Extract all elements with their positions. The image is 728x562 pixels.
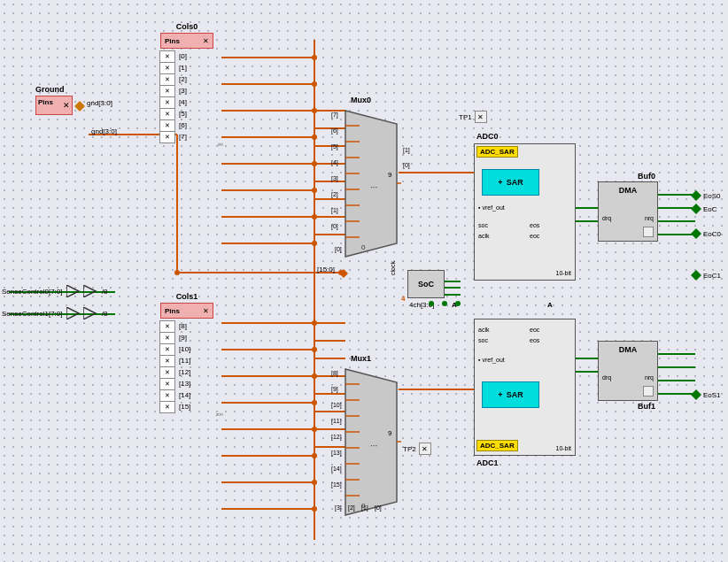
svg-point-56 [312,55,317,60]
mux0-block: Mux0 ··· 0 [7] [6] [5] [4] [3] [2] [1] [… [344,96,401,263]
eos1-diamond-icon [691,389,701,400]
cols0-bottom-label: ⁸⁰ [159,142,223,150]
cols0-right4: [4] [179,98,187,106]
soc-block: SoC [407,270,445,298]
svg-point-57 [312,81,317,87]
eos0-output: EoS0 [691,190,721,201]
tp1-label: TP1 [459,113,472,121]
tp2-x: ✕ [422,445,428,453]
svg-point-110 [442,301,447,306]
mux0-in2: [2] [331,191,338,197]
cols0-cell6: ✕ [159,119,175,132]
cols0-right2: [2] [179,75,187,83]
mux1-in8: [8] [331,370,338,376]
adc1-soc: soc [478,337,488,343]
cols0-right6: [6] [179,121,187,129]
cols1-pins: Pins ✕ [160,303,213,319]
cols0-row3: [3] ✕ [3] [159,87,223,95]
svg-point-109 [429,301,434,306]
adc0-sar: SAR [507,178,523,187]
svg-point-59 [312,135,317,140]
tp2-box: ✕ [419,443,431,455]
cols1-row7: [7] ✕ [15] [159,403,223,411]
cols1-right7: [15] [179,403,190,411]
svg-point-61 [312,188,317,193]
cols1-pins-label: Pins [165,307,180,315]
gnd-label: gnd[3:0] [87,99,112,107]
adc0-plus: + [498,178,502,187]
adc0-vref: ▪ vref_out [478,204,505,211]
cols0-row6: [6] ✕ [6] [159,121,223,129]
adc1-block: ADC1 aclk eoc soc eos ▪ vref_out + SAR A… [474,319,576,456]
adc0-aclk: aclk [478,233,489,239]
ground-pins-label: Pins [38,98,53,106]
svg-marker-103 [691,190,701,201]
svg-point-67 [312,400,317,405]
adc0-eoc-label: eoc [530,233,539,239]
sense1-slash: /8 [102,310,108,318]
mux1-in10: [10] [331,402,342,408]
cols1-cell4: ✕ [159,366,175,379]
mux0-in5: [5] [331,143,338,150]
svg-point-71 [312,506,317,512]
cols1-label: Cols1 [151,292,223,301]
cols1-cell1: ✕ [159,332,175,344]
eoc1-label: EoC1 [703,272,721,280]
adc0-sar-block: + SAR [482,169,539,196]
buf0-nrq: nrq [645,215,654,221]
cols0-right0: [0] [179,52,187,60]
buf0-dma-label: DMA [619,186,638,195]
cols0-pins-label: Pins [165,37,180,45]
cols0-cell2: ✕ [159,73,175,86]
svg-marker-74 [74,101,85,112]
adc1-vref-label: vref_out [482,357,504,363]
mux0-in3: [3] [331,175,338,181]
cols0-pins: Pins ✕ [160,33,213,49]
buf0-box [643,227,654,237]
cols0-row5: [5] ✕ [5] [159,110,223,118]
mux1-in15: [15] [331,481,342,488]
cols0-right1: [1] [179,64,187,72]
mux1-9: 9 [388,429,391,437]
svg-point-62 [312,214,317,219]
tp1-block: TP1 ✕ [459,111,487,123]
mux1-sel3: [3] [335,504,342,511]
ground-block: Ground Pins ✕ gnd[3:0] [35,96,73,115]
cols1-cell7: ✕ [159,401,175,413]
mux1-label: Mux1 [351,354,401,363]
mux0-in6: [6] [331,127,338,134]
cols1-cell6: ✕ [159,389,175,402]
cols0-row0: [0] ✕ [0] [159,52,223,60]
cols0-label: Cols0 [151,22,223,31]
mux1-shape: ··· 0 [344,365,401,520]
cols1-row4: [4] ✕ [12] [159,368,223,376]
mux0-in7: [7] [331,112,338,118]
ground-pins: Pins ✕ [35,96,73,115]
buf1-nrq: nrq [645,374,654,381]
mux1-in12: [12] [331,434,342,440]
mux1-sel1: [1] [361,504,368,511]
cols1-row5: [5] ✕ [13] [159,380,223,388]
buf1-box [643,386,654,396]
adc1-label: ADC1 [476,458,499,467]
a-label-adc: A [547,301,553,309]
cols0-cell1: ✕ [159,62,175,74]
eos1-output: EoS1 [691,389,721,400]
cols0-right3: [3] [179,87,187,95]
svg-point-73 [174,270,180,275]
cols0-pins-x: ✕ [203,37,209,45]
svg-marker-75 [66,285,79,297]
adc1-eos: eos [530,337,539,343]
buf1-drq: drq [602,374,611,381]
buf0-label: Buf0 [638,172,655,181]
eoc1-diamond-icon [691,270,701,281]
ground-label: Ground [35,85,65,94]
eos0-label: EoS0 [703,192,721,200]
cols1-row2: [2] ✕ [10] [159,345,223,353]
svg-marker-105 [691,228,701,239]
svg-point-63 [312,241,317,246]
eos1-label: EoS1 [703,391,721,399]
sense1-buf-icon [66,307,81,319]
eoc-output: EoC [691,204,717,214]
sense0-buf2-icon [83,285,97,297]
